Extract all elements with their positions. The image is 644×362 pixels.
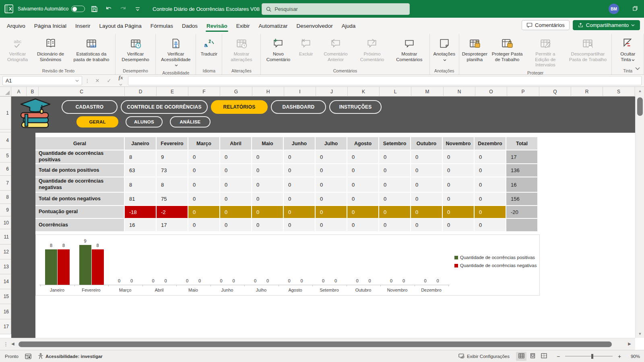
menu-tab-layout-da-pagina[interactable]: Layout da Página: [95, 19, 146, 33]
table-header-cell[interactable]: Outubro: [411, 137, 442, 150]
name-box[interactable]: A1: [2, 76, 82, 85]
ribbon-button[interactable]: Novo Comentário: [262, 35, 294, 63]
table-cell[interactable]: 0: [443, 193, 474, 205]
row-header-13[interactable]: 13: [0, 259, 11, 274]
display-settings-button[interactable]: Exibir Configurações: [458, 354, 510, 359]
table-cell[interactable]: 0: [316, 206, 347, 218]
table-cell[interactable]: 0: [411, 150, 442, 163]
table-cell[interactable]: 63: [125, 164, 156, 177]
table-header-cell[interactable]: Janeiro: [125, 137, 156, 150]
table-cell[interactable]: 0: [252, 150, 283, 163]
table-cell[interactable]: 0: [188, 164, 219, 177]
nav-button-relatorios[interactable]: RELATÓRIOS: [211, 100, 268, 114]
menu-tab-pagina-inicial[interactable]: Página Inicial: [30, 19, 71, 33]
column-header-I[interactable]: I: [284, 87, 316, 97]
table-cell[interactable]: 0: [347, 193, 378, 205]
table-cell[interactable]: 0: [443, 206, 474, 218]
menu-tab-dados[interactable]: Dados: [178, 19, 202, 33]
table-cell[interactable]: 8: [125, 150, 156, 163]
table-total-cell[interactable]: -20: [506, 206, 537, 218]
formula-input[interactable]: [128, 76, 642, 85]
table-header-cell[interactable]: Geral: [35, 137, 124, 150]
table-row-label[interactable]: Pontuação geral: [35, 206, 124, 218]
insert-function-button[interactable]: fx: [116, 74, 125, 87]
column-header-M[interactable]: M: [411, 87, 444, 97]
table-header-cell[interactable]: Maio: [252, 137, 283, 150]
table-total-cell[interactable]: 136: [506, 164, 537, 177]
ribbon-button[interactable]: 123 Estatísticas da pasta de trabalho: [69, 35, 114, 63]
table-header-cell[interactable]: Setembro: [379, 137, 410, 150]
table-total-cell[interactable]: 16: [506, 177, 537, 192]
table-cell[interactable]: 0: [475, 219, 506, 231]
ribbon-button[interactable]: Verificar Desempenho: [117, 35, 154, 63]
table-total-cell[interactable]: [506, 219, 537, 231]
table-cell[interactable]: 16: [125, 219, 156, 231]
zoom-level[interactable]: 90%: [626, 354, 640, 359]
table-cell[interactable]: 0: [411, 219, 442, 231]
table-cell[interactable]: 0: [252, 193, 283, 205]
ribbon-button[interactable]: Desproteger planilha: [460, 35, 489, 63]
table-row-label[interactable]: Total de pontos negativos: [35, 193, 124, 205]
column-header-R[interactable]: R: [571, 87, 603, 97]
menu-tab-automatizar[interactable]: Automatizar: [254, 19, 292, 33]
table-header-cell[interactable]: Dezembro: [475, 137, 506, 150]
table-cell[interactable]: 0: [220, 219, 251, 231]
table-cell[interactable]: -2: [157, 206, 188, 218]
table-cell[interactable]: 8: [125, 177, 156, 192]
table-header-cell[interactable]: Julho: [316, 137, 347, 150]
table-cell[interactable]: 0: [252, 206, 283, 218]
table-header-cell[interactable]: Março: [188, 137, 219, 150]
excel-logo-icon[interactable]: [4, 4, 14, 14]
nav-button-cadastro[interactable]: CADASTRO: [62, 100, 118, 114]
search-box[interactable]: [262, 3, 410, 15]
subnav-button-analise[interactable]: ANÁLISE: [170, 116, 211, 128]
row-header-12[interactable]: 12: [0, 245, 11, 259]
ribbon-button[interactable]: až Traduzir: [197, 35, 221, 58]
table-cell[interactable]: 0: [443, 150, 474, 163]
table-cell[interactable]: 0: [379, 177, 410, 192]
column-header-J[interactable]: J: [316, 87, 348, 97]
table-cell[interactable]: 0: [316, 177, 347, 192]
table-cell[interactable]: 0: [379, 219, 410, 231]
menu-tab-desenvolvedor[interactable]: Desenvolvedor: [292, 19, 337, 33]
table-row-label[interactable]: Quantidade de ocorrências positivas: [35, 150, 124, 163]
collapse-ribbon-button[interactable]: [635, 65, 640, 72]
table-cell[interactable]: 0: [220, 193, 251, 205]
table-cell[interactable]: 0: [284, 177, 315, 192]
table-cell[interactable]: 0: [347, 219, 378, 231]
comments-button[interactable]: Comentários: [522, 20, 570, 30]
row-header-1[interactable]: 1: [0, 97, 11, 130]
menu-tab-ajuda[interactable]: Ajuda: [337, 19, 360, 33]
row-header-10[interactable]: 10: [0, 216, 11, 229]
row-header-4[interactable]: 4: [0, 132, 11, 149]
document-title[interactable]: Controle Diário de Ocorrências Escolares…: [153, 6, 266, 12]
table-cell[interactable]: 17: [157, 219, 188, 231]
table-cell[interactable]: 0: [379, 193, 410, 205]
menu-tab-formulas[interactable]: Fórmulas: [146, 19, 178, 33]
search-input[interactable]: [275, 6, 405, 12]
column-header-D[interactable]: D: [125, 87, 157, 97]
table-cell[interactable]: 0: [347, 164, 378, 177]
macro-record-icon[interactable]: [25, 354, 31, 359]
column-header-E[interactable]: E: [157, 87, 188, 97]
undo-button[interactable]: [103, 3, 114, 14]
table-cell[interactable]: 0: [188, 177, 219, 192]
maximize-button[interactable]: [626, 0, 644, 18]
table-cell[interactable]: 0: [252, 177, 283, 192]
table-cell[interactable]: 81: [125, 193, 156, 205]
table-row-label[interactable]: Total de pontos positivos: [35, 164, 124, 177]
table-cell[interactable]: 0: [220, 150, 251, 163]
ribbon-button[interactable]: Anotações: [431, 35, 458, 63]
table-cell[interactable]: 0: [347, 177, 378, 192]
table-cell[interactable]: 0: [284, 219, 315, 231]
column-header-N[interactable]: N: [444, 87, 475, 97]
table-row-label[interactable]: Quantidade de ocorrências negativas: [35, 177, 124, 192]
menu-tab-arquivo[interactable]: Arquivo: [2, 19, 30, 33]
table-cell[interactable]: 0: [188, 193, 219, 205]
table-cell[interactable]: 0: [188, 150, 219, 163]
ribbon-button[interactable]: Mostrar Comentários: [390, 35, 428, 63]
zoom-slider-thumb[interactable]: [591, 354, 593, 359]
autosave-toggle[interactable]: [71, 6, 85, 12]
horizontal-scrollbar[interactable]: ⋮ ◀ ▶: [0, 338, 635, 350]
page-break-view-button[interactable]: [539, 352, 549, 361]
